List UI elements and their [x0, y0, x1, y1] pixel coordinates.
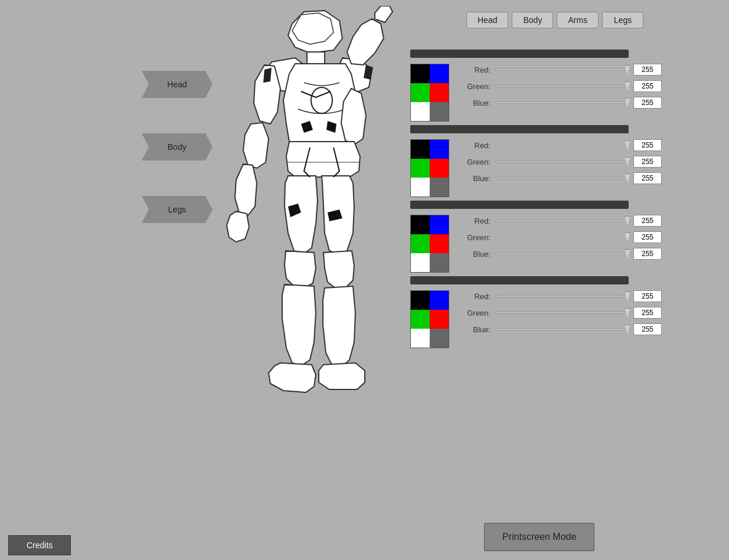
- green-label-4: Green:: [461, 309, 491, 317]
- color-section-1: Red: Green: Blue:: [410, 50, 723, 122]
- sliders-group-3: Red: Green: Blue:: [461, 215, 662, 264]
- tab-head[interactable]: Head: [466, 12, 508, 28]
- swatch-white-3[interactable]: [411, 253, 430, 272]
- green-value-1[interactable]: [633, 80, 662, 92]
- swatch-red-3[interactable]: [430, 234, 449, 253]
- printscreen-button[interactable]: Printscreen Mode: [484, 523, 594, 551]
- svg-marker-22: [319, 363, 365, 389]
- red-slider-container-1: [495, 65, 631, 74]
- swatch-red-1[interactable]: [430, 83, 449, 102]
- swatch-white-4[interactable]: [411, 329, 430, 348]
- blue-slider-1[interactable]: [495, 101, 631, 104]
- swatch-green-1[interactable]: [411, 83, 430, 102]
- sliders-group-1: Red: Green: Blue:: [461, 64, 662, 113]
- red-slider-row-4: Red:: [461, 290, 662, 302]
- swatch-black-2[interactable]: [411, 140, 430, 159]
- swatch-blue-2[interactable]: [430, 140, 449, 159]
- green-slider-2[interactable]: [495, 161, 631, 163]
- green-value-3[interactable]: [633, 231, 662, 243]
- swatch-black-4[interactable]: [411, 291, 430, 310]
- blue-value-3[interactable]: [633, 248, 662, 260]
- svg-marker-8: [243, 123, 269, 168]
- swatch-blue-4[interactable]: [430, 291, 449, 310]
- swatch-green-2[interactable]: [411, 159, 430, 178]
- tab-legs[interactable]: Legs: [602, 12, 643, 28]
- green-value-2[interactable]: [633, 156, 662, 168]
- green-slider-row-1: Green:: [461, 80, 662, 92]
- credits-button[interactable]: Credits: [8, 535, 71, 555]
- nav-body-label: Body: [168, 142, 187, 152]
- blue-label-2: Blue:: [461, 174, 491, 183]
- red-slider-3[interactable]: [495, 220, 631, 222]
- green-slider-3[interactable]: [495, 236, 631, 238]
- swatch-white-2[interactable]: [411, 178, 430, 197]
- green-slider-4[interactable]: [495, 312, 631, 314]
- tab-body[interactable]: Body: [512, 12, 553, 28]
- red-slider-container-4: [495, 292, 631, 301]
- svg-marker-12: [375, 6, 393, 22]
- swatch-red-2[interactable]: [430, 159, 449, 178]
- top-tabs-container: Head Body Arms Legs: [466, 12, 643, 28]
- red-value-1[interactable]: [633, 64, 662, 76]
- red-slider-2[interactable]: [495, 144, 631, 146]
- robot-figure: [201, 6, 413, 537]
- red-label-4: Red:: [461, 292, 491, 301]
- blue-slider-row-3: Blue:: [461, 248, 662, 260]
- sliders-group-2: Red: Green: Blue:: [461, 139, 662, 189]
- right-panel: Red: Green: Blue:: [410, 47, 723, 352]
- swatch-grid-3: [410, 215, 449, 273]
- swatch-green-3[interactable]: [411, 234, 430, 253]
- green-slider-1[interactable]: [495, 85, 631, 87]
- red-label-1: Red:: [461, 66, 491, 74]
- svg-marker-10: [227, 211, 249, 242]
- swatch-gray-3[interactable]: [430, 253, 449, 272]
- swatch-blue-3[interactable]: [430, 215, 449, 234]
- color-row-4: Red: Green: Blue:: [410, 290, 723, 348]
- svg-marker-23: [263, 68, 272, 83]
- red-slider-row-1: Red:: [461, 64, 662, 76]
- swatch-black-3[interactable]: [411, 215, 430, 234]
- section-bar-4: [410, 276, 629, 284]
- green-value-4[interactable]: [633, 307, 662, 319]
- swatch-blue-1[interactable]: [430, 64, 449, 83]
- blue-value-1[interactable]: [633, 97, 662, 109]
- svg-marker-14: [286, 142, 360, 177]
- svg-marker-11: [347, 19, 384, 65]
- blue-slider-row-2: Blue:: [461, 172, 662, 184]
- swatch-gray-1[interactable]: [430, 102, 449, 121]
- blue-label-3: Blue:: [461, 250, 491, 258]
- section-bar-1: [410, 50, 629, 58]
- svg-marker-21: [323, 286, 355, 367]
- tab-arms[interactable]: Arms: [557, 12, 599, 28]
- color-section-4: Red: Green: Blue:: [410, 276, 723, 348]
- green-label-3: Green:: [461, 233, 491, 242]
- color-section-2: Red: Green: Blue:: [410, 125, 723, 197]
- red-slider-4[interactable]: [495, 295, 631, 297]
- blue-slider-row-4: Blue:: [461, 323, 662, 335]
- red-slider-1[interactable]: [495, 68, 631, 71]
- blue-slider-3[interactable]: [495, 253, 631, 255]
- blue-value-4[interactable]: [633, 323, 662, 335]
- green-label-2: Green:: [461, 158, 491, 166]
- green-slider-container-3: [495, 232, 631, 242]
- swatch-red-4[interactable]: [430, 310, 449, 329]
- swatch-green-4[interactable]: [411, 310, 430, 329]
- sliders-group-4: Red: Green: Blue:: [461, 290, 662, 340]
- green-slider-row-4: Green:: [461, 307, 662, 319]
- swatch-gray-4[interactable]: [430, 329, 449, 348]
- nav-legs-label: Legs: [168, 205, 186, 214]
- swatch-grid-4: [410, 290, 449, 348]
- blue-slider-4[interactable]: [495, 328, 631, 330]
- blue-slider-2[interactable]: [495, 177, 631, 179]
- swatch-white-1[interactable]: [411, 102, 430, 121]
- svg-marker-16: [285, 251, 316, 288]
- red-value-4[interactable]: [633, 290, 662, 302]
- swatch-grid-2: [410, 139, 449, 197]
- green-slider-row-3: Green:: [461, 231, 662, 243]
- swatch-black-1[interactable]: [411, 64, 430, 83]
- svg-marker-17: [282, 284, 316, 366]
- blue-value-2[interactable]: [633, 172, 662, 184]
- red-value-3[interactable]: [633, 215, 662, 227]
- swatch-gray-2[interactable]: [430, 178, 449, 197]
- red-value-2[interactable]: [633, 139, 662, 151]
